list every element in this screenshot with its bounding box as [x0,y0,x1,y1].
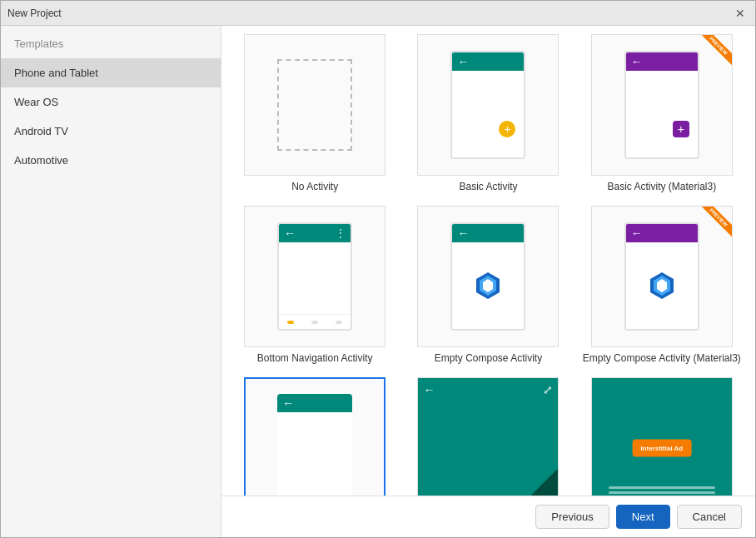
admob-line-1 [609,486,715,489]
title-bar: New Project ✕ [1,1,755,26]
template-grid-wrapper[interactable]: No Activity ← + [221,26,755,496]
m3-body [626,71,698,157]
template-preview-bottom-nav: ← ⋮ [244,206,385,347]
basic-topbar: ← [452,52,524,71]
sidebar-header: Templates [1,26,221,58]
next-button[interactable]: Next [616,505,670,529]
basic-body [452,71,524,157]
admob-card: Interstitial Ad [632,440,691,457]
compose-m3-topbar: ← [626,224,698,242]
template-label-bottom-nav: Bottom Navigation Activity [257,352,373,364]
template-preview-empty-compose: ← [417,206,559,347]
sidebar-item-automotive[interactable]: Automotive [1,146,221,175]
fullscreen-expand-icon: ⤢ [543,383,553,396]
m3-topbar: ← [626,52,698,71]
template-preview-basic-activity: ← + [417,34,559,176]
window-title: New Project [7,7,732,19]
sidebar-item-wear-os[interactable]: Wear OS [1,87,221,117]
template-card-basic-activity[interactable]: ← + Basic Activity [408,34,568,192]
empty-body [277,412,352,496]
previous-button[interactable]: Previous [535,505,609,529]
compose-m3-back-icon: ← [631,227,643,240]
phone-mockup-empty: ← [277,394,352,496]
nav-dot-3 [336,321,342,324]
template-label-empty-compose-m3: Empty Compose Activity (Material3) [583,352,741,364]
template-label-basic-m3: Basic Activity (Material3) [607,181,716,192]
close-button[interactable]: ✕ [732,5,749,22]
phone-mockup-compose-m3: ← [624,222,699,331]
template-card-fullscreen[interactable]: ← ⤢ Fullscreen Activity [408,377,568,496]
admob-line-2 [609,491,715,494]
bn-menu-icon: ⋮ [336,227,346,239]
sidebar-item-phone-tablet[interactable]: Phone and Tablet [1,58,221,87]
template-preview-fullscreen: ← ⤢ [417,377,559,496]
template-preview-basic-m3: ← + [591,34,733,176]
cancel-button[interactable]: Cancel [677,505,742,529]
template-label-empty-compose: Empty Compose Activity [435,352,542,364]
sidebar-item-android-tv[interactable]: Android TV [1,117,221,146]
main-area: No Activity ← + [221,26,755,537]
template-label-basic-activity: Basic Activity [459,181,517,192]
bottom-nav-bar [279,314,351,329]
template-preview-empty-compose-m3: ← [591,206,733,347]
phone-mockup-m3: ← + [624,51,699,159]
m3-back-icon: ← [631,55,643,68]
preview-ribbon [699,35,732,68]
template-label-no-activity: No Activity [291,181,338,192]
template-preview-empty-activity: ← [244,377,385,496]
template-preview-no-activity [244,34,385,176]
sidebar: Templates Phone and Tablet Wear OS Andro… [1,26,221,537]
fullscreen-back-icon: ← [423,383,435,396]
phone-mockup-bottom-nav: ← ⋮ [277,222,352,331]
m3-fab-icon: + [673,121,689,137]
template-preview-admob: Interstitial Ad [591,377,733,496]
phone-mockup-compose: ← [450,222,525,331]
bn-back-icon: ← [284,227,296,240]
template-card-empty-compose[interactable]: ← Empty [408,206,568,364]
empty-back-icon: ← [282,396,294,410]
new-project-window: New Project ✕ Templates Phone and Tablet… [0,0,756,538]
admob-lines [609,486,715,496]
nav-dot-2 [311,321,318,324]
template-card-admob[interactable]: Interstitial Ad Google AdMob Ads Activit… [582,377,742,496]
bottom-bar: Previous Next Cancel [221,496,755,537]
empty-topbar: ← [277,394,352,412]
nav-dot-1 [287,321,294,324]
back-arrow-icon: ← [457,55,469,68]
compose-m3-hex-icon [647,271,677,301]
compose-hex-icon [473,271,503,301]
phone-mockup-basic: ← + [450,51,525,159]
compose-m3-ribbon [699,207,732,240]
template-card-empty-activity[interactable]: ← Empty Activity [235,377,395,496]
template-card-no-activity[interactable]: No Activity [235,34,395,192]
template-card-basic-m3[interactable]: ← + Basic Activity (Material3) [582,34,742,192]
template-card-bottom-nav[interactable]: ← ⋮ Bottom Naviga [235,206,395,364]
compose-body [452,242,524,329]
template-grid: No Activity ← + [235,34,742,496]
compose-back-icon: ← [457,227,469,240]
bottom-nav-topbar: ← ⋮ [279,224,351,242]
compose-m3-body [626,242,698,329]
template-card-empty-compose-m3[interactable]: ← [582,206,742,364]
content-area: Templates Phone and Tablet Wear OS Andro… [1,26,755,537]
compose-topbar: ← [452,224,524,242]
no-activity-dashed-box [277,59,352,151]
fullscreen-diagonal [508,468,558,496]
bn-body [279,242,351,314]
